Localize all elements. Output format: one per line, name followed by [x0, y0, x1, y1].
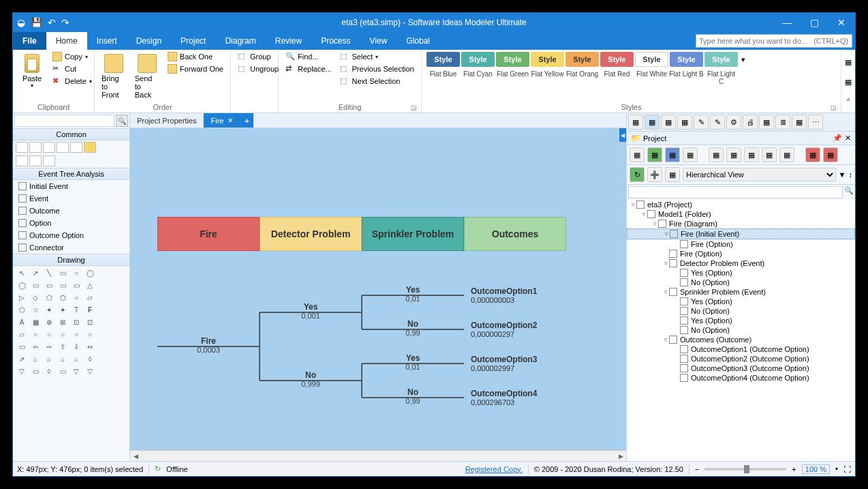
tree-node[interactable]: OutcomeOption1 (Outcome Option) [627, 344, 855, 354]
view-mode-select[interactable]: Hierarchical View [683, 168, 836, 181]
close-tab-icon[interactable]: ✕ [228, 117, 233, 124]
ungroup-button[interactable]: ⬚Ungroup [235, 63, 281, 74]
ptb-icon[interactable]: ▦ [709, 147, 724, 162]
tree-node[interactable]: Yes (Option) [627, 316, 855, 325]
group-button[interactable]: ⬚Group [235, 51, 281, 62]
paste-button[interactable]: Paste▾ [17, 51, 47, 91]
menu-project[interactable]: Project [171, 32, 215, 50]
replace-button[interactable]: ⇄Replace... [283, 63, 335, 74]
menu-diagram[interactable]: Diagram [215, 32, 265, 50]
select-button[interactable]: ⬚Select ▾ [337, 51, 417, 62]
tool-table[interactable] [29, 155, 42, 166]
eta-header-detector[interactable]: Detector Problem [260, 217, 362, 251]
eta-sprinkler-no1[interactable]: No0,99 [386, 319, 440, 337]
add-icon[interactable]: ➕ [647, 167, 662, 182]
tell-me-search[interactable] [696, 34, 852, 48]
registered-link[interactable]: Registered Copy. [465, 465, 523, 473]
save-icon[interactable]: 💾 [31, 17, 42, 28]
search-icon[interactable]: 🔍 [116, 115, 128, 127]
refresh-icon[interactable]: ↻ [630, 167, 645, 182]
eta-sprinkler-yes1[interactable]: Yes0,01 [386, 285, 440, 303]
project-search[interactable] [628, 186, 843, 198]
project-tree[interactable]: ▿eta3 (Project)▿Model1 (Folder)▿Fire (Di… [627, 200, 855, 461]
toolbox-search[interactable] [14, 115, 114, 127]
eta-tool-item[interactable]: Option [13, 217, 129, 229]
tree-node[interactable]: Fire (Option) [627, 239, 855, 249]
eta-sprinkler-yes2[interactable]: Yes0,01 [386, 353, 440, 371]
tree-node[interactable]: Yes (Option) [627, 268, 855, 278]
undo-icon[interactable]: ↶ [48, 17, 56, 28]
minimize-button[interactable]: — [773, 17, 801, 28]
prev-selection-button[interactable]: ⬚Previous Selection [337, 63, 417, 74]
tree-node[interactable]: No (Option) [627, 306, 855, 316]
ptb-icon[interactable]: ▦ [647, 147, 662, 162]
tree-node[interactable]: ▿Outcomes (Outcome) [627, 335, 855, 344]
eta-header[interactable]: Event Tree Analysis [13, 168, 129, 180]
style-flat-lightb[interactable]: Style [670, 52, 703, 67]
ptb-icon[interactable]: ▦ [823, 147, 838, 162]
style-flat-lightc[interactable]: Style [704, 52, 738, 67]
eta-tool-item[interactable]: Outcome Option [13, 229, 129, 241]
style-more-icon[interactable]: ▾ [739, 51, 748, 68]
rtb-icon[interactable]: ▦ [759, 115, 774, 130]
ptb-icon[interactable]: ▦ [762, 147, 777, 162]
menu-design[interactable]: Design [127, 32, 171, 50]
zoom-value[interactable]: 100 % [802, 464, 830, 474]
canvas[interactable]: Fire Detector Problem Sprinkler Problem … [130, 128, 626, 450]
pin-icon[interactable]: 📌 [833, 134, 842, 143]
eta-tool-item[interactable]: Initial Event [13, 180, 129, 192]
rtb-icon[interactable]: ✎ [694, 115, 709, 130]
zoom-in-icon[interactable]: + [792, 465, 796, 473]
style-flat-cyan[interactable]: Style [461, 52, 495, 67]
style-flat-orange[interactable]: Style [565, 52, 599, 67]
eta-tool-item[interactable]: Outcome [13, 205, 129, 217]
tool-line[interactable] [16, 155, 28, 166]
ribbon-extra-icon2[interactable]: ▦ [845, 78, 852, 87]
tab-project-properties[interactable]: Project Properties [130, 113, 204, 128]
new-tab-button[interactable]: + [240, 113, 253, 128]
eta-header-fire[interactable]: Fire [157, 217, 260, 251]
eta-sprinkler-no2[interactable]: No0,99 [386, 387, 440, 405]
tree-node[interactable]: ▿Fire (Diagram) [627, 219, 855, 228]
rtb-icon[interactable]: ▦ [661, 115, 676, 130]
tree-node[interactable]: ▿Model1 (Folder) [627, 209, 855, 219]
style-flat-red[interactable]: Style [600, 52, 634, 67]
back-one-button[interactable]: Back One [165, 51, 226, 62]
tree-node[interactable]: No (Option) [627, 278, 855, 287]
menu-file[interactable]: File [13, 32, 46, 50]
redo-icon[interactable]: ↷ [61, 17, 69, 28]
style-flat-white[interactable]: Style [635, 52, 668, 67]
tool-icon[interactable]: ▦ [665, 167, 680, 182]
rtb-icon[interactable]: ≣ [775, 115, 790, 130]
tree-node[interactable]: OutcomeOption3 (Outcome Option) [627, 364, 855, 373]
eta-header-outcomes[interactable]: Outcomes [464, 217, 566, 251]
panel-collapse-icon[interactable]: ◀ [619, 128, 626, 142]
ptb-icon[interactable]: ▦ [683, 147, 698, 162]
rtb-icon[interactable]: ▦ [645, 115, 660, 130]
rtb-icon[interactable]: ✎ [710, 115, 725, 130]
sync-icon[interactable]: ↻ [155, 464, 161, 473]
tree-node[interactable]: OutcomeOption4 (Outcome Option) [627, 373, 855, 383]
ptb-icon[interactable]: ▦ [726, 147, 741, 162]
common-header[interactable]: Common [13, 128, 129, 140]
outcome-2[interactable]: OutcomeOption20,000000297 [471, 321, 537, 338]
outcome-1[interactable]: OutcomeOption10,000000003 [471, 286, 537, 304]
rtb-icon[interactable]: ▦ [677, 115, 692, 130]
tool-text[interactable] [57, 142, 69, 153]
tree-node[interactable]: OutcomeOption2 (Outcome Option) [627, 354, 855, 364]
tool-hand[interactable] [29, 142, 42, 153]
tool-grid[interactable] [43, 155, 55, 166]
tree-node[interactable]: ▿Fire (Initial Event) [627, 228, 855, 239]
send-to-back-button[interactable]: Send to Back [132, 51, 162, 102]
rtb-icon[interactable]: 🖨 [743, 115, 758, 130]
style-flat-yellow[interactable]: Style [531, 52, 564, 67]
ribbon-extra-icon[interactable]: ▦ [845, 58, 852, 67]
ptb-icon[interactable]: ▦ [805, 147, 820, 162]
maximize-button[interactable]: ▢ [801, 17, 828, 28]
fullscreen-icon[interactable]: ⛶ [843, 465, 851, 473]
tree-node[interactable]: ▿Sprinkler Problem (Event) [627, 287, 855, 297]
ptb-icon[interactable]: ▦ [779, 147, 794, 162]
close-button[interactable]: ✕ [828, 17, 855, 28]
menu-insert[interactable]: Insert [87, 32, 127, 50]
tree-node[interactable]: ▿eta3 (Project) [627, 200, 855, 209]
